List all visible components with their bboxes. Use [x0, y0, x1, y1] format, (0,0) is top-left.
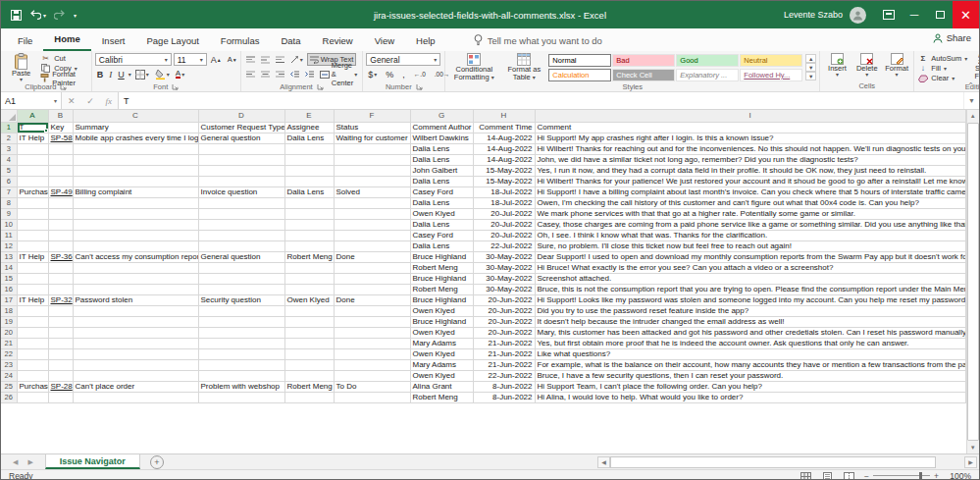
- zoom-in-button[interactable]: +: [934, 471, 939, 480]
- alignment-dialog-launcher[interactable]: [317, 83, 324, 90]
- cell-C11[interactable]: [73, 230, 198, 240]
- cell-E2[interactable]: Dalia Lens: [284, 133, 334, 143]
- ribbon-display-options-button[interactable]: [876, 1, 902, 28]
- cell-G10[interactable]: Dalia Lens: [410, 219, 473, 230]
- cell-A15[interactable]: [17, 273, 48, 284]
- cell-I6[interactable]: Hi Wilbert! Thanks for your patience! We…: [535, 176, 965, 187]
- cell-E20[interactable]: [284, 327, 334, 338]
- autosum-button[interactable]: ΣAutoSum▾: [917, 54, 967, 63]
- cell-H7[interactable]: 18-Jul-2022: [473, 187, 535, 197]
- cell-C7[interactable]: Billing complaint: [73, 187, 198, 197]
- cell-C1[interactable]: Summary: [73, 122, 198, 133]
- cell-E8[interactable]: [284, 197, 334, 208]
- cell-I9[interactable]: We mark phone services with that that go…: [535, 208, 965, 219]
- sheet-tab-issue-navigator[interactable]: Issue Navigator: [45, 454, 140, 469]
- format-cells-button[interactable]: Format ▾: [883, 52, 910, 78]
- cell-D6[interactable]: [198, 176, 284, 187]
- cell-B14[interactable]: [48, 262, 73, 273]
- cell-C19[interactable]: [73, 316, 198, 327]
- cell-D15[interactable]: [198, 273, 284, 284]
- account-name[interactable]: Levente Szabo: [784, 10, 843, 20]
- col-header-C[interactable]: C: [73, 110, 198, 122]
- cell-E9[interactable]: [284, 208, 334, 219]
- cell-A9[interactable]: [17, 208, 48, 219]
- redo-button[interactable]: [54, 10, 66, 20]
- cancel-formula-icon[interactable]: ✕: [68, 96, 76, 106]
- cell-E19[interactable]: [284, 316, 334, 327]
- row-header-16[interactable]: 16: [1, 284, 17, 294]
- style-normal[interactable]: Normal: [548, 54, 611, 67]
- cell-F1[interactable]: Status: [334, 122, 410, 133]
- cell-F22[interactable]: [334, 348, 410, 359]
- row-header-5[interactable]: 5: [1, 165, 17, 176]
- cell-I5[interactable]: Yes, I run it now, and they had a corrup…: [535, 165, 965, 176]
- cell-E21[interactable]: [284, 338, 334, 348]
- cell-C4[interactable]: [73, 154, 198, 165]
- fill-handle[interactable]: [44, 129, 48, 133]
- row-header-20[interactable]: 20: [1, 327, 17, 338]
- cell-H20[interactable]: 20-Jun-2022: [473, 327, 535, 338]
- cell-G18[interactable]: Owen Klyed: [410, 305, 473, 316]
- cell-D17[interactable]: Security question: [198, 294, 284, 305]
- cell-G2[interactable]: Wilbert Dawkins: [410, 133, 473, 143]
- cell-G20[interactable]: Owen Klyed: [410, 327, 473, 338]
- cell-C8[interactable]: [73, 197, 198, 208]
- cell-C10[interactable]: [73, 219, 198, 230]
- minimize-button[interactable]: ─: [902, 1, 927, 28]
- cell-B23[interactable]: [48, 359, 73, 370]
- cell-H17[interactable]: 20-Jun-2022: [473, 294, 535, 305]
- col-header-I[interactable]: I: [535, 110, 965, 122]
- cell-H11[interactable]: 20-Jul-2022: [473, 230, 535, 240]
- cell-C20[interactable]: [73, 327, 198, 338]
- number-dialog-launcher[interactable]: [416, 83, 423, 90]
- col-header-G[interactable]: G: [410, 110, 473, 122]
- cell-F7[interactable]: Solved: [334, 187, 410, 197]
- scroll-up-icon[interactable]: ▲: [967, 110, 980, 122]
- cell-D18[interactable]: [198, 305, 284, 316]
- cell-H13[interactable]: 30-May-2022: [473, 251, 535, 262]
- cell-B26[interactable]: [48, 392, 73, 402]
- cell-G15[interactable]: Bruce Highland: [410, 273, 473, 284]
- cell-E5[interactable]: [284, 165, 334, 176]
- maximize-button[interactable]: [927, 1, 953, 28]
- cell-G14[interactable]: Robert Meng: [410, 262, 473, 273]
- cell-G1[interactable]: Comment Author: [410, 122, 473, 133]
- borders-button[interactable]: ▾: [133, 68, 151, 80]
- cell-D22[interactable]: [198, 348, 284, 359]
- cell-E3[interactable]: [284, 143, 334, 154]
- cell-C6[interactable]: [73, 176, 198, 187]
- cell-I25[interactable]: Hi Support Team, I can't place the follo…: [535, 381, 965, 392]
- row-header-15[interactable]: 15: [1, 273, 17, 284]
- cell-H15[interactable]: 30-May-2022: [473, 273, 535, 284]
- cell-C9[interactable]: [73, 208, 198, 219]
- cell-A14[interactable]: [17, 262, 48, 273]
- decrease-indent-button[interactable]: [288, 68, 301, 80]
- cell-I14[interactable]: Hi Bruce! What exactly is the error you …: [535, 262, 965, 273]
- cell-G13[interactable]: Bruce Highland: [410, 251, 473, 262]
- cell-G6[interactable]: Dalia Lens: [410, 176, 473, 187]
- vertical-scroll-thumb[interactable]: [967, 123, 979, 441]
- orientation-button[interactable]: ▾: [288, 53, 305, 66]
- cell-G7[interactable]: Casey Ford: [410, 187, 473, 197]
- format-painter-button[interactable]: Format Painter: [40, 74, 88, 82]
- cell-F16[interactable]: [334, 284, 410, 294]
- row-header-12[interactable]: 12: [1, 240, 17, 251]
- avatar[interactable]: [850, 7, 866, 24]
- accounting-format-button[interactable]: $▾: [366, 68, 379, 80]
- save-button[interactable]: [11, 10, 22, 21]
- gallery-up-button[interactable]: ▲: [805, 54, 816, 63]
- row-header-18[interactable]: 18: [1, 305, 17, 316]
- cell-F13[interactable]: Done: [334, 251, 410, 262]
- row-header-21[interactable]: 21: [1, 338, 17, 348]
- cell-E15[interactable]: [284, 273, 334, 284]
- cell-E26[interactable]: [284, 392, 334, 402]
- style-check-cell[interactable]: Check Cell: [612, 69, 675, 81]
- row-header-8[interactable]: 8: [1, 197, 17, 208]
- cell-D10[interactable]: [198, 219, 284, 230]
- cell-I22[interactable]: Like what questions?: [535, 348, 965, 359]
- cell-E24[interactable]: [284, 370, 334, 381]
- cell-I8[interactable]: Owen, I'm checking the call history of t…: [535, 197, 965, 208]
- cell-B10[interactable]: [48, 219, 73, 230]
- cell-E23[interactable]: [284, 359, 334, 370]
- cell-D2[interactable]: General question: [198, 133, 284, 143]
